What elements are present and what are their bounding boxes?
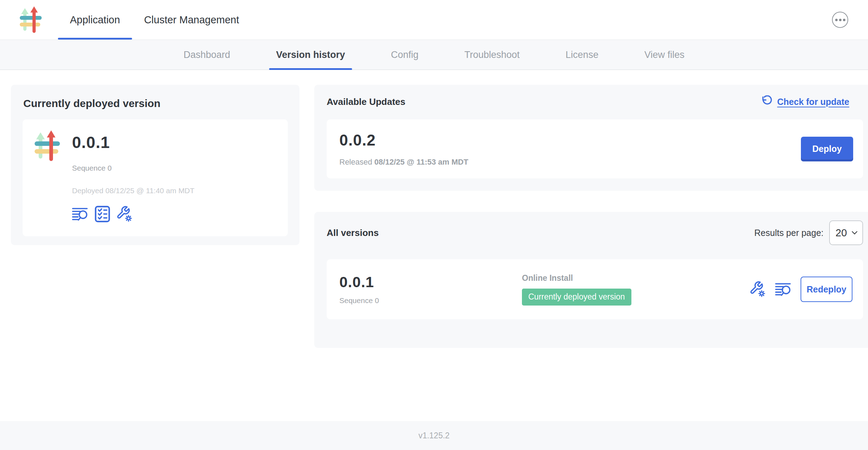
all-versions-card: All versions Results per page: 20 0.0.1 … (314, 212, 868, 348)
deployed-sequence-label: Sequence 0 (72, 164, 195, 172)
view-logs-button[interactable] (775, 282, 791, 296)
available-update-row: 0.0.2 Released 08/12/25 @ 11:53 am MDT D… (327, 119, 863, 178)
app-logo-icon (20, 6, 42, 34)
overflow-menu-button[interactable] (832, 12, 848, 28)
app-logo (20, 0, 42, 40)
tab-cluster-management-label: Cluster Management (144, 14, 239, 26)
top-tabs: Application Cluster Management (58, 0, 251, 40)
right-column: Available Updates Check for update 0.0.2… (314, 85, 868, 348)
check-for-update-label: Check for update (777, 97, 849, 107)
available-updates-card: Available Updates Check for update 0.0.2… (314, 85, 868, 191)
top-navbar: Application Cluster Management (0, 0, 868, 40)
console-version-label: v1.125.2 (418, 431, 450, 440)
currently-deployed-card: Currently deployed version 0.0.1 Sequenc… (11, 85, 299, 245)
currently-deployed-title: Currently deployed version (23, 97, 288, 109)
ellipsis-icon (835, 19, 838, 21)
row-sequence-label: Sequence 0 (339, 296, 522, 305)
logs-magnifier-icon (775, 282, 791, 296)
app-subnav: Dashboard Version history Config Trouble… (0, 40, 868, 70)
update-details: 0.0.2 Released 08/12/25 @ 11:53 am MDT (339, 131, 468, 167)
edit-config-button[interactable] (750, 281, 766, 297)
row-version-number: 0.0.1 (339, 274, 522, 291)
results-per-page-label: Results per page: (754, 228, 824, 238)
checklist-icon (95, 206, 110, 223)
version-row-details: 0.0.1 Sequence 0 (339, 274, 522, 305)
update-version-number: 0.0.2 (339, 131, 468, 149)
page-footer: v1.125.2 (0, 421, 868, 450)
subnav-item-troubleshoot[interactable]: Troubleshoot (457, 40, 527, 70)
app-logo (35, 129, 61, 227)
preflight-checks-button[interactable] (95, 206, 110, 223)
update-released-timestamp: Released 08/12/25 @ 11:53 am MDT (339, 158, 468, 167)
subnav-item-view-files[interactable]: View files (637, 40, 692, 70)
deployed-version-card: 0.0.1 Sequence 0 Deployed 08/12/25 @ 11:… (23, 119, 288, 236)
install-type-label: Online Install (522, 273, 573, 283)
version-row-status: Online Install Currently deployed versio… (522, 273, 631, 306)
results-per-page: Results per page: 20 (754, 220, 863, 245)
currently-deployed-badge: Currently deployed version (522, 289, 631, 306)
subnav-item-version-history[interactable]: Version history (269, 40, 352, 70)
redeploy-button[interactable]: Redeploy (801, 277, 852, 302)
admin-console: Application Cluster Management Dashboard… (0, 0, 868, 450)
deployed-version-number: 0.0.1 (72, 133, 195, 152)
deployed-timestamp: Deployed 08/12/25 @ 11:40 am MDT (72, 186, 195, 195)
app-logo-icon (35, 129, 61, 163)
results-per-page-value: 20 (836, 227, 847, 239)
tab-application[interactable]: Application (58, 0, 132, 40)
subnav-item-dashboard[interactable]: Dashboard (177, 40, 237, 70)
version-row: 0.0.1 Sequence 0 Online Install Currentl… (327, 259, 863, 319)
chevron-down-icon (851, 231, 858, 235)
all-versions-title: All versions (327, 227, 379, 238)
wrench-gear-icon (117, 206, 133, 222)
version-row-actions: Redeploy (750, 277, 852, 302)
topnav-spacer (251, 0, 832, 40)
view-logs-button[interactable] (72, 207, 88, 221)
tab-cluster-management[interactable]: Cluster Management (132, 0, 251, 40)
wrench-gear-icon (750, 281, 766, 297)
available-updates-header: Available Updates Check for update (327, 95, 863, 108)
available-updates-title: Available Updates (327, 96, 405, 107)
deployed-version-details: 0.0.1 Sequence 0 Deployed 08/12/25 @ 11:… (72, 129, 195, 227)
subnav-item-config[interactable]: Config (384, 40, 426, 70)
refresh-icon (760, 95, 773, 108)
deploy-button[interactable]: Deploy (801, 137, 853, 161)
edit-config-button[interactable] (117, 206, 133, 222)
subnav-item-license[interactable]: License (559, 40, 606, 70)
main-content: Currently deployed version 0.0.1 Sequenc… (0, 70, 868, 421)
check-for-update-link[interactable]: Check for update (760, 95, 849, 108)
all-versions-header: All versions Results per page: 20 (327, 220, 863, 245)
tab-application-label: Application (70, 14, 120, 26)
released-date: 08/12/25 @ 11:53 am MDT (374, 158, 468, 166)
deployed-version-actions (72, 206, 195, 223)
results-per-page-select[interactable]: 20 (829, 220, 863, 245)
logs-magnifier-icon (72, 207, 88, 221)
released-label: Released (339, 158, 372, 166)
